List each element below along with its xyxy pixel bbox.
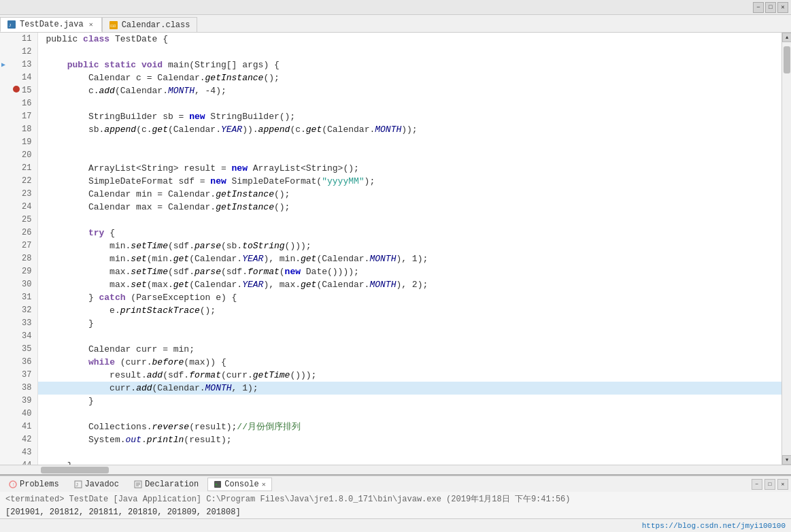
minimize-console-btn[interactable]: − [752,479,762,490]
tab-javadoc[interactable]: J Javadoc [68,478,125,491]
horizontal-scrollbar[interactable] [0,465,791,474]
code-line-32: 32 e.printStackTrace(); [0,304,781,317]
code-line-22: 22 SimpleDateFormat sdf = new SimpleDate… [0,175,781,188]
tab-problems-label: Problems [20,480,59,489]
line-number-30: 30 [0,278,37,291]
code-line-23: 23 Calendar min = Calendar.getInstance()… [0,188,781,201]
code-content-37: result.add(sdf.format(curr.getTime())); [37,369,781,382]
console-close-icon[interactable]: ✕ [262,480,266,488]
code-line-13: ▶13 public static void main(String[] arg… [0,59,781,71]
svg-text:010: 010 [110,24,116,28]
code-line-17: 17 StringBuilder sb = new StringBuilder(… [0,110,781,123]
close-console-btn[interactable]: ✕ [777,479,788,490]
minimize-btn[interactable]: − [753,2,764,13]
code-line-40: 40 [0,408,781,420]
maximize-console-btn[interactable]: □ [764,479,775,490]
code-content-18: sb.append(c.get(Calendar.YEAR)).append(c… [37,123,781,136]
code-content-12 [37,46,781,59]
declaration-icon [134,480,142,488]
line-number-39: 39 [0,395,37,408]
code-line-27: 27 min.setTime(sdf.parse(sb.toString()))… [0,239,781,252]
line-number-40: 40 [0,408,37,420]
code-line-29: 29 max.setTime(sdf.parse(sdf.format(new … [0,265,781,278]
code-line-19: 19 [0,136,781,149]
tab-calendar-label: Calendar.class [122,20,190,30]
line-number-38: 38 [0,382,37,395]
code-content-44: } [37,459,781,465]
code-line-12: 12 [0,46,781,59]
code-content-22: SimpleDateFormat sdf = new SimpleDateFor… [37,175,781,188]
line-number-21: 21 [0,162,37,175]
scrollbar-thumb[interactable] [784,46,790,73]
tab-calendar[interactable]: 010 Calendar.class [102,17,198,32]
code-content-31: } catch (ParseException e) { [37,291,781,304]
breakpoint-15[interactable] [13,86,20,93]
line-number-32: 32 [0,304,37,317]
line-number-12: 12 [0,46,37,59]
line-number-27: 27 [0,239,37,252]
code-content-28: min.set(min.get(Calendar.YEAR), min.get(… [37,252,781,265]
code-line-33: 33 } [0,317,781,330]
tab-javadoc-label: Javadoc [85,480,119,489]
line-number-43: 43 [0,446,37,459]
code-content-13: public static void main(String[] args) { [37,59,781,71]
code-line-34: 34 [0,330,781,343]
code-content-41: Collections.reverse(result);//月份倒序排列 [37,420,781,433]
code-line-24: 24 Calendar max = Calendar.getInstance()… [0,201,781,214]
code-content-24: Calendar max = Calendar.getInstance(); [37,201,781,214]
tab-bar: J TestDate.java ✕ 010 Calendar.class [0,15,791,33]
svg-text:>_: >_ [215,482,220,487]
javadoc-icon: J [74,480,82,488]
scrollbar-track[interactable]: ▲ ▼ [781,33,791,465]
code-content-38: curr.add(Calendar.MONTH, 1); [37,382,781,395]
hscroll-thumb[interactable] [41,467,109,473]
code-line-31: 31 } catch (ParseException e) { [0,291,781,304]
code-content-30: max.set(max.get(Calendar.YEAR), max.get(… [37,278,781,291]
console-content: <terminated> TestDate [Java Application]… [0,492,791,518]
line-number-15: 15 [0,84,37,97]
code-line-28: 28 min.set(min.get(Calendar.YEAR), min.g… [0,252,781,265]
close-btn[interactable]: ✕ [777,2,788,13]
line-number-42: 42 [0,433,37,446]
tab-console[interactable]: >_ Console ✕ [207,478,271,491]
code-content-40 [37,408,781,420]
code-area[interactable]: 11public class TestDate {12 ▶13 public s… [0,33,781,465]
tab-testdate-label: TestDate.java [20,20,84,29]
line-number-13: ▶13 [0,59,37,71]
line-number-24: 24 [0,201,37,214]
line-number-31: 31 [0,291,37,304]
line-number-29: 29 [0,265,37,278]
line-number-25: 25 [0,214,37,227]
tab-declaration-label: Declaration [145,480,199,489]
scrollbar-down-btn[interactable]: ▼ [782,455,791,465]
code-line-38: 38 curr.add(Calendar.MONTH, 1); [0,382,781,395]
code-line-20: 20 [0,149,781,162]
code-content-39: } [37,395,781,408]
code-content-42: System.out.println(result); [37,433,781,446]
tab-declaration[interactable]: Declaration [128,478,205,491]
tab-console-label: Console [224,480,258,489]
code-line-42: 42 System.out.println(result); [0,433,781,446]
code-content-34 [37,330,781,343]
code-line-44: 44 } [0,459,781,465]
code-line-26: 26 try { [0,227,781,239]
line-number-20: 20 [0,149,37,162]
tab-testdate[interactable]: J TestDate.java ✕ [0,17,102,32]
java-file-icon: J [7,20,16,29]
line-number-11: 11 [0,33,37,46]
code-line-43: 43 [0,446,781,459]
svg-text:!: ! [12,482,16,488]
code-line-15: 15 c.add(Calendar.MONTH, -4); [0,84,781,97]
line-number-23: 23 [0,188,37,201]
line-number-26: 26 [0,227,37,239]
maximize-btn[interactable]: □ [765,2,776,13]
console-result-line: [201901, 201812, 201811, 201810, 201809,… [0,506,791,518]
code-content-29: max.setTime(sdf.parse(sdf.format(new Dat… [37,265,781,278]
line-number-17: 17 [0,110,37,123]
status-url[interactable]: https://blog.csdn.net/jmyi100100 [642,522,786,530]
scrollbar-up-btn[interactable]: ▲ [782,33,791,42]
tab-problems[interactable]: ! Problems [3,478,65,491]
code-line-16: 16 [0,97,781,110]
code-line-11: 11public class TestDate { [0,33,781,46]
tab-testdate-close[interactable]: ✕ [88,20,95,29]
